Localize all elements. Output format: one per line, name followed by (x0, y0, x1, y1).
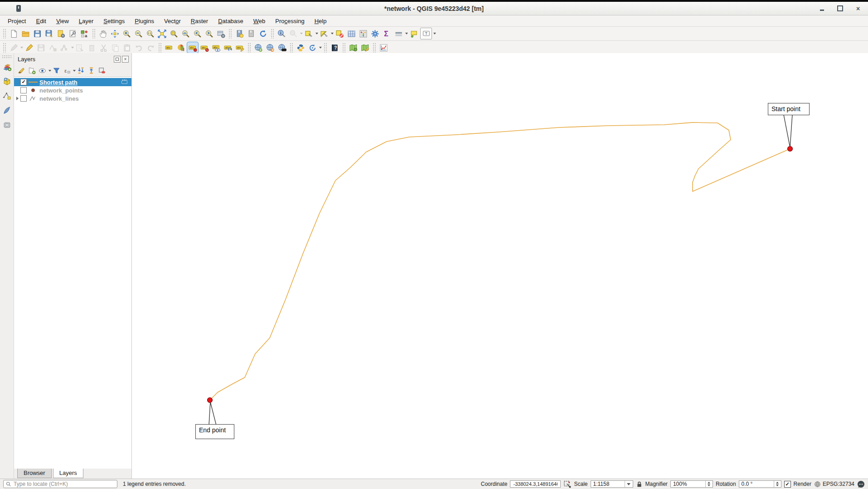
new-map-view-button[interactable] (215, 28, 226, 39)
layer-row-network-lines[interactable]: network_lines (14, 94, 131, 103)
rotation-spin-arrows[interactable] (774, 481, 781, 487)
coordinate-input[interactable] (512, 481, 558, 487)
maximize-button[interactable] (836, 5, 844, 12)
highlight-pinned-labels-button[interactable]: abc (199, 42, 210, 53)
menu-layer[interactable]: Layer (74, 16, 99, 26)
map-canvas[interactable] (132, 53, 868, 479)
magnifier-spinbox[interactable]: 100% (670, 480, 713, 488)
vertex-tool-button[interactable] (59, 42, 70, 53)
zoom-in-button[interactable] (121, 28, 132, 39)
current-edits-button-dropdown[interactable] (20, 47, 23, 49)
layer-visibility-checkbox[interactable] (20, 87, 27, 93)
menu-database[interactable]: Database (213, 16, 248, 26)
manage-map-themes-button[interactable] (37, 65, 48, 76)
plugin-map-edit-button[interactable] (359, 42, 370, 53)
collapse-all-button[interactable] (86, 65, 97, 76)
locate-input[interactable] (13, 480, 115, 488)
menu-help[interactable]: Help (310, 16, 332, 26)
save-layer-edits-button[interactable] (35, 42, 46, 53)
pin-labels-button[interactable]: abc (187, 42, 198, 53)
layer-visibility-checkbox[interactable]: ✓ (20, 79, 27, 85)
menu-project[interactable]: Project (3, 16, 31, 26)
zoom-to-selection-button[interactable] (168, 28, 179, 39)
new-bookmark-button[interactable] (234, 28, 245, 39)
new-project-button[interactable] (8, 28, 19, 39)
panel-tab-layers[interactable]: Layers (53, 469, 83, 478)
messages-icon[interactable] (857, 480, 865, 488)
toggle-editing-button[interactable] (24, 42, 34, 53)
menu-edit[interactable]: Edit (31, 16, 51, 26)
layout-manager-button[interactable] (55, 28, 66, 39)
options-button[interactable] (369, 28, 380, 39)
open-layer-styling-button[interactable] (16, 65, 27, 76)
zoom-full-button[interactable] (156, 28, 167, 39)
processing-history-button-dropdown[interactable] (319, 47, 322, 49)
new-virtual-layer-button[interactable] (1, 119, 12, 130)
layer-visibility-checkbox[interactable] (20, 95, 27, 102)
locate-search[interactable] (3, 480, 117, 488)
pan-to-selection-button[interactable] (109, 28, 120, 39)
zoom-to-layer-button[interactable] (180, 28, 191, 39)
current-edits-button[interactable] (8, 42, 19, 53)
layer-diagram-button[interactable] (175, 42, 186, 53)
scale-dropdown-arrow[interactable] (625, 481, 633, 487)
open-project-button[interactable] (20, 28, 31, 39)
modify-attributes-button[interactable] (74, 42, 85, 53)
processing-history-button[interactable] (307, 42, 318, 53)
metasearch-button[interactable] (276, 42, 287, 53)
text-annotation-button-dropdown[interactable] (433, 33, 436, 34)
rotation-spinbox[interactable]: 0.0 ° (739, 480, 781, 488)
menu-settings[interactable]: Settings (98, 16, 130, 26)
expand-all-button[interactable] (76, 65, 86, 76)
zoom-last-button[interactable] (192, 28, 203, 39)
plugin-map-tool-button[interactable] (348, 42, 359, 53)
select-features-button[interactable] (303, 28, 314, 39)
zoom-native-button[interactable]: 1:1 (145, 28, 155, 39)
magnifier-spin-arrows[interactable] (705, 481, 713, 487)
move-rotate-label-button[interactable]: abc (223, 42, 233, 53)
geonode-button[interactable] (253, 42, 264, 53)
select-features-button-dropdown[interactable] (315, 33, 318, 34)
attribute-table-button[interactable] (346, 28, 357, 39)
crs-text[interactable]: EPSG:32734 (823, 481, 854, 487)
filter-by-expression-button[interactable]: ε (62, 65, 72, 76)
vertex-tool-button-dropdown[interactable] (71, 47, 74, 49)
menu-view[interactable]: View (51, 16, 74, 26)
scale-combo[interactable]: 1:1158 (591, 480, 633, 488)
coordinate-box[interactable] (510, 480, 561, 488)
show-bookmarks-button[interactable] (246, 28, 257, 39)
add-group-button[interactable] (27, 65, 37, 76)
field-calculator-button[interactable] (358, 28, 369, 39)
run-feature-action-button-dropdown[interactable] (300, 33, 303, 34)
cut-features-button[interactable] (98, 42, 109, 53)
change-label-button[interactable]: abc (234, 42, 245, 53)
select-by-expression-button[interactable] (319, 28, 330, 39)
measure-button[interactable] (393, 28, 404, 39)
menu-vector[interactable]: Vector (159, 16, 186, 26)
paste-features-button[interactable] (121, 42, 132, 53)
identify-features-button[interactable]: i (276, 28, 287, 39)
statistics-button[interactable]: Σ (381, 28, 392, 39)
map-tips-button[interactable] (408, 28, 419, 39)
undo-button[interactable] (133, 42, 144, 53)
add-geopackage-layer-button[interactable] (1, 76, 12, 87)
layer-row-network-points[interactable]: network_points (14, 86, 131, 94)
new-shapefile-layer-button[interactable] (1, 90, 12, 101)
extents-icon[interactable] (563, 480, 571, 488)
add-wms-service-button[interactable] (265, 42, 276, 53)
remove-layer-button[interactable] (97, 65, 107, 76)
help-contents-button[interactable]: ? (329, 42, 340, 53)
close-panel-button[interactable]: × (122, 56, 129, 63)
menu-processing[interactable]: Processing (270, 16, 309, 26)
layer-labeling-button[interactable]: abc (164, 42, 175, 53)
data-source-manager-button[interactable] (1, 61, 12, 72)
label-visibility-button[interactable]: abc (211, 42, 222, 53)
select-by-expression-button-dropdown[interactable] (331, 33, 334, 34)
close-button[interactable]: × (854, 5, 862, 12)
deselect-all-button[interactable] (334, 28, 345, 39)
measure-button-dropdown[interactable] (405, 33, 408, 34)
save-project-button[interactable] (32, 28, 43, 39)
python-console-button[interactable] (295, 42, 306, 53)
menu-web[interactable]: Web (248, 16, 271, 26)
digitize-with-segment-button[interactable] (47, 42, 58, 53)
